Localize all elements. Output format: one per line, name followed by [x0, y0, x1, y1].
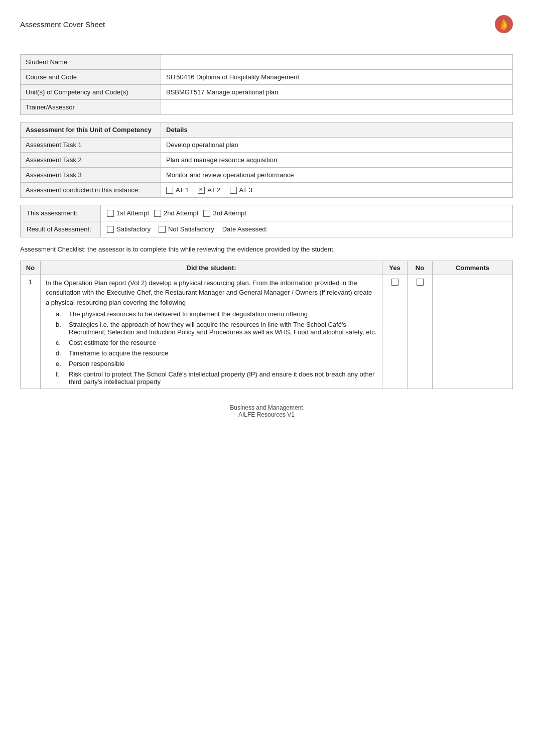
- info-row: Student Name: [21, 55, 513, 70]
- sub-item-text: Risk control to protect The School Café'…: [69, 370, 377, 386]
- checklist-table: No Did the student: Yes No Comments 1In …: [20, 261, 513, 390]
- at-option-0: AT 1: [166, 186, 189, 194]
- task-row-0: Assessment Task 1 Develop operational pl…: [21, 138, 513, 153]
- attempt-row: This assessment: 1st Attempt2nd Attempt3…: [21, 205, 513, 221]
- sub-item-text: Strategies i.e. the approach of how they…: [69, 321, 377, 336]
- checklist-sub-item-0: a.The physical resources to be delivered…: [56, 310, 377, 318]
- info-value-2: BSBMGT517 Manage operational plan: [161, 85, 513, 100]
- sub-item-text: Cost estimate for the resource: [69, 339, 156, 346]
- not-satisfactory-option: Not Satisfactory: [159, 225, 214, 233]
- attempt-option-label-1: 2nd Attempt: [164, 209, 198, 217]
- at-option-label-2: AT 3: [239, 186, 252, 194]
- checkbox-icon: [154, 210, 161, 217]
- info-row: Trainer/Assessor: [21, 100, 513, 115]
- page-footer: Business and Management AILFE Resources …: [20, 404, 513, 418]
- info-row: Unit(s) of Competency and Code(s) BSBMGT…: [21, 85, 513, 100]
- checkbox-checked-icon: [198, 187, 205, 194]
- tasks-table: Assessment for this Unit of Competency D…: [20, 122, 513, 198]
- no-checkbox-icon: [417, 279, 424, 286]
- sub-item-label: a.: [56, 310, 65, 318]
- result-label: Result of Assessment:: [21, 221, 101, 237]
- tasks-col2-header: Details: [161, 122, 513, 138]
- page-title: Assessment Cover Sheet: [20, 20, 105, 29]
- footer-line1: Business and Management: [20, 404, 513, 411]
- info-table: Student Name Course and Code SIT50416 Di…: [20, 54, 513, 115]
- col-header-yes: Yes: [382, 261, 408, 275]
- sub-item-text: Person responsible: [69, 360, 124, 367]
- col-header-comments: Comments: [433, 261, 513, 275]
- sub-item-text: Timeframe to acquire the resource: [69, 349, 168, 357]
- info-row: Course and Code SIT50416 Diploma of Hosp…: [21, 70, 513, 85]
- page-header: Assessment Cover Sheet: [20, 15, 513, 45]
- col-header-no: No: [21, 261, 41, 275]
- checkbox-empty-icon: [166, 187, 173, 194]
- checkbox-empty-icon: [230, 187, 237, 194]
- footer-line2: AILFE Resources V1: [20, 411, 513, 418]
- checklist-sub-item-1: b.Strategies i.e. the approach of how th…: [56, 321, 377, 336]
- checklist-no-0: 1: [21, 275, 41, 389]
- tasks-col1-header: Assessment for this Unit of Competency: [21, 122, 161, 138]
- checklist-sub-item-4: e.Person responsible: [56, 360, 377, 367]
- at-conducted-label: Assessment conducted in this instance:: [21, 183, 161, 198]
- date-assessed-item: Date Assessed:: [222, 225, 268, 233]
- task-value-2: Monitor and review operational performan…: [161, 168, 513, 183]
- info-value-3: [161, 100, 513, 115]
- task-value-1: Plan and manage resource acquisition: [161, 153, 513, 168]
- attempt-label: This assessment:: [21, 205, 101, 221]
- attempt-table: This assessment: 1st Attempt2nd Attempt3…: [20, 205, 513, 237]
- at-option-2: AT 3: [230, 186, 252, 194]
- task-label-1: Assessment Task 2: [21, 153, 161, 168]
- not-satisfactory-label: Not Satisfactory: [168, 225, 214, 233]
- info-label-2: Unit(s) of Competency and Code(s): [21, 85, 161, 100]
- satisfactory-checkbox: [107, 226, 114, 233]
- logo-icon: [483, 15, 513, 45]
- checklist-main-text: In the Operation Plan report (Vol 2) dev…: [46, 278, 377, 308]
- attempt-options-cell: 1st Attempt2nd Attempt3rd Attempt: [101, 205, 513, 221]
- checklist-sub-item-2: c.Cost estimate for the resource: [56, 339, 377, 346]
- task-row-2: Assessment Task 3 Monitor and review ope…: [21, 168, 513, 183]
- task-label-2: Assessment Task 3: [21, 168, 161, 183]
- checkbox-icon: [107, 210, 114, 217]
- col-header-did: Did the student:: [41, 261, 382, 275]
- info-value-1: SIT50416 Diploma of Hospitality Manageme…: [161, 70, 513, 85]
- date-assessed-label: Date Assessed:: [222, 225, 268, 233]
- sub-item-label: f.: [56, 370, 65, 386]
- yes-checkbox-icon: [391, 279, 398, 286]
- col-header-no-col: No: [408, 261, 433, 275]
- sub-item-label: d.: [56, 349, 65, 357]
- at-option-1: AT 2: [198, 186, 220, 194]
- checklist-comments-0: [433, 275, 513, 389]
- info-label-1: Course and Code: [21, 70, 161, 85]
- info-label-0: Student Name: [21, 55, 161, 70]
- checklist-yes-0: [382, 275, 408, 389]
- at-conducted-row: Assessment conducted in this instance:AT…: [21, 183, 513, 198]
- sub-item-label: c.: [56, 339, 65, 346]
- checklist-desc-0: In the Operation Plan report (Vol 2) dev…: [41, 275, 382, 389]
- result-row: Result of Assessment: SatisfactoryNot Sa…: [21, 221, 513, 237]
- sub-item-text: The physical resources to be delivered t…: [69, 310, 308, 318]
- info-value-0: [161, 55, 513, 70]
- satisfactory-option: Satisfactory: [107, 225, 151, 233]
- attempt-option-label-0: 1st Attempt: [116, 209, 149, 217]
- task-value-0: Develop operational plan: [161, 138, 513, 153]
- sub-item-label: b.: [56, 321, 65, 336]
- task-label-0: Assessment Task 1: [21, 138, 161, 153]
- attempt-option-0: 1st Attempt: [107, 209, 149, 217]
- checklist-no-col-0: [408, 275, 433, 389]
- at-conducted-checks: AT 1AT 2AT 3: [161, 183, 513, 198]
- sub-item-label: e.: [56, 360, 65, 367]
- checklist-sub-item-3: d.Timeframe to acquire the resource: [56, 349, 377, 357]
- not-satisfactory-checkbox: [159, 226, 166, 233]
- checklist-sub-item-5: f.Risk control to protect The School Caf…: [56, 370, 377, 386]
- task-row-1: Assessment Task 2 Plan and manage resour…: [21, 153, 513, 168]
- checklist-intro: Assessment Checklist: the assessor is to…: [20, 244, 513, 255]
- attempt-option-2: 3rd Attempt: [203, 209, 246, 217]
- at-option-label-0: AT 1: [176, 186, 189, 194]
- checkbox-icon: [203, 210, 210, 217]
- satisfactory-label: Satisfactory: [116, 225, 151, 233]
- tasks-header-row: Assessment for this Unit of Competency D…: [21, 122, 513, 138]
- attempt-option-label-2: 3rd Attempt: [213, 209, 246, 217]
- attempt-option-1: 2nd Attempt: [154, 209, 198, 217]
- checklist-item-0: 1In the Operation Plan report (Vol 2) de…: [21, 275, 513, 389]
- result-cell: SatisfactoryNot SatisfactoryDate Assesse…: [101, 221, 513, 237]
